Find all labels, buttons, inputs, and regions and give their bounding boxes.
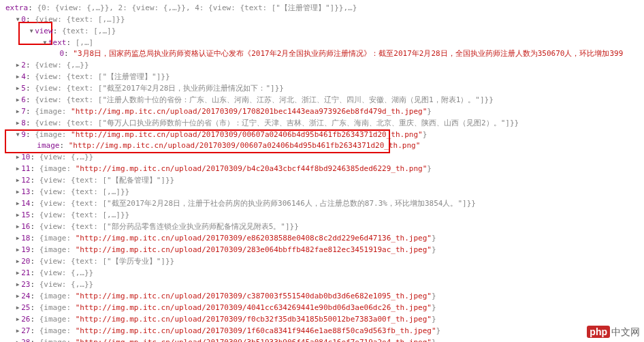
expand-toggle-icon[interactable] [42,37,48,48]
tree-root[interactable]: extra: {0: {view: {,…}}, 2: {view: {,…}}… [5,3,639,14]
expand-toggle-icon[interactable] [28,25,35,37]
expand-toggle-icon[interactable] [14,186,21,198]
tree-line-14[interactable]: 14: {view: {text: ["截至2017年2月28日，注册于社会药房… [5,198,639,209]
tree-line-24[interactable]: 24: {image: "http://img.mp.itc.cn/upload… [5,290,639,302]
tree-line-11[interactable]: 11: {image: "http://img.mp.itc.cn/upload… [5,163,639,174]
tree-line-15[interactable]: 15: {view: {text: [,…]}} [5,209,639,221]
tree-line-0-text[interactable]: text: [,…] [5,37,639,48]
tree-line-7[interactable]: 7: {image: "http://img.mp.itc.cn/upload/… [5,106,639,117]
expand-toggle-icon[interactable] [14,198,21,209]
expand-toggle-icon[interactable] [14,59,21,71]
tree-line-10[interactable]: 10: {view: {,…}} [5,151,639,163]
expand-toggle-icon[interactable] [14,255,21,267]
tree-line-9-child[interactable]: image: "http://img.mp.itc.cn/upload/2017… [5,140,639,151]
expand-toggle-icon[interactable] [14,221,21,232]
expand-toggle-icon[interactable] [14,209,21,221]
tree-line-8[interactable]: 8: {view: {text: ["每万人口执业药师数前十位的省（市）：辽宁、… [5,117,639,129]
expand-toggle-icon[interactable] [14,290,21,302]
tree-line-4[interactable]: 4: {view: {text: ["【注册管理】"]}} [5,71,639,82]
expand-toggle-icon[interactable] [14,94,21,106]
tree-line-20[interactable]: 20: {view: {text: ["【学历专业】"]}} [5,255,639,267]
expand-toggle-icon[interactable] [14,106,21,117]
expand-toggle-icon[interactable] [14,279,21,290]
tree-line-26[interactable]: 26: {image: "http://img.mp.itc.cn/upload… [5,313,639,325]
json-tree: extra: {0: {view: {,…}}, 2: {view: {,…}}… [5,3,639,342]
tree-line-0-text-0[interactable]: 0: "3月8日，国家药监总局执业药师资格认证中心发布《2017年2月全国执业药… [5,48,639,59]
expand-toggle-icon[interactable] [14,302,21,313]
tree-line-12[interactable]: 12: {view: {text: ["【配备管理】"]}} [5,174,639,186]
expand-toggle-icon[interactable] [14,151,21,163]
tree-line-6[interactable]: 6: {view: {text: ["注册人数前十位的省份：广东、山东、河南、江… [5,94,639,106]
expand-toggle-icon[interactable] [14,313,21,325]
watermark-logo: php [587,326,610,338]
expand-toggle-icon[interactable] [14,267,21,279]
tree-line-13[interactable]: 13: {view: {text: [,…]}} [5,186,639,198]
watermark: php中文网 [587,326,640,338]
expand-toggle-icon[interactable] [14,82,21,94]
expand-toggle-icon[interactable] [14,337,21,342]
tree-line-28[interactable]: 28: {image: "http://img.mp.itc.cn/upload… [5,337,639,342]
expand-toggle-icon[interactable] [14,129,21,140]
tree-line-9[interactable]: 9: {image: "http://img.mp.itc.cn/upload/… [5,129,639,140]
tree-line-16[interactable]: 16: {view: {text: ["部分药品零售连锁企业执业药师配备情况见附… [5,221,639,232]
expand-toggle-icon[interactable] [14,325,21,337]
expand-toggle-icon[interactable] [14,163,21,174]
expand-toggle-icon[interactable] [14,174,21,186]
tree-line-23[interactable]: 23: {view: {,…}} [5,279,639,290]
tree-line-0[interactable]: 0: {view: {text: [,…]}} [5,14,639,25]
watermark-text: 中文网 [611,326,640,337]
tree-line-5[interactable]: 5: {view: {text: ["截至2017年2月28日，执业药师注册情况… [5,82,639,94]
tree-line-21[interactable]: 21: {view: {,…}} [5,267,639,279]
tree-line-19[interactable]: 19: {image: "http://img.mp.itc.cn/upload… [5,244,639,255]
tree-line-0-view[interactable]: view: {text: [,…]} [5,25,639,37]
expand-toggle-icon[interactable] [14,117,21,129]
tree-line-2[interactable]: 2: {view: {,…}} [5,59,639,71]
expand-toggle-icon[interactable] [14,232,21,244]
tree-line-18[interactable]: 18: {image: "http://img.mp.itc.cn/upload… [5,232,639,244]
tree-line-25[interactable]: 25: {image: "http://img.mp.itc.cn/upload… [5,302,639,313]
expand-toggle-icon[interactable] [14,71,21,82]
expand-toggle-icon[interactable] [14,14,21,25]
expand-toggle-icon[interactable] [14,244,21,255]
tree-line-27[interactable]: 27: {image: "http://img.mp.itc.cn/upload… [5,325,639,337]
